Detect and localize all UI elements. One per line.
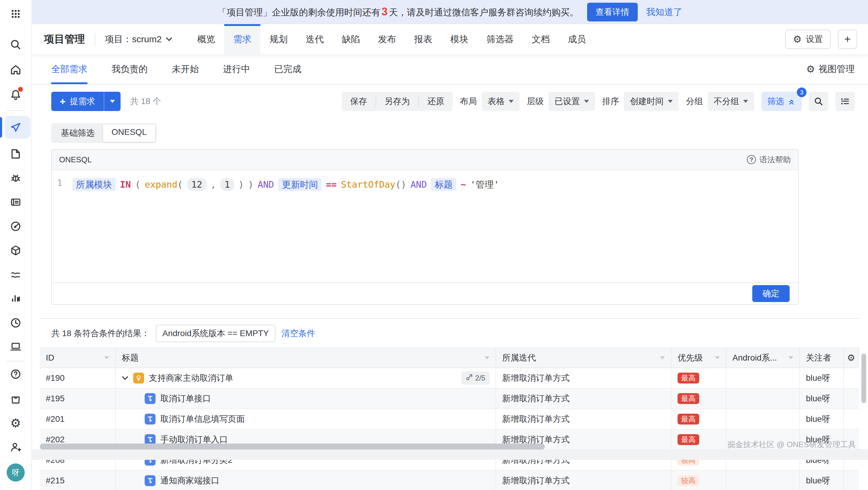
add-component-button[interactable]: +: [838, 30, 857, 49]
sidebar-item-project[interactable]: [0, 116, 32, 139]
group-dropdown[interactable]: 不分组: [708, 92, 754, 111]
cell-title[interactable]: 通知商家端接口: [116, 471, 496, 490]
confirm-button[interactable]: 确定: [752, 285, 789, 302]
column-header-priority[interactable]: 优先级: [672, 348, 726, 368]
column-header-iteration[interactable]: 所属迭代: [496, 348, 672, 368]
item-title[interactable]: 取消订单信息填写页面: [160, 413, 245, 425]
nav-tab-10[interactable]: 成员: [559, 24, 595, 54]
notifications-bell-icon[interactable]: [9, 88, 22, 102]
onesql-editor[interactable]: 1 所属模块IN(expand(12,1))AND更新时间==StartOfDa…: [52, 170, 798, 282]
invite-member-icon[interactable]: [9, 440, 22, 454]
cell-title[interactable]: 取消订单信息填写页面: [116, 409, 496, 429]
nav-tab-3[interactable]: 迭代: [297, 24, 333, 54]
view-tab-1[interactable]: 我负责的: [112, 54, 148, 84]
cell-android-version[interactable]: [726, 388, 800, 408]
table-row[interactable]: #215通知商家端接口新增取消订单方式较高blue呀: [40, 471, 859, 490]
testcase-bug-icon[interactable]: [9, 171, 22, 185]
devops-card-icon[interactable]: [9, 196, 22, 209]
cell-watcher[interactable]: blue呀: [800, 409, 844, 429]
cell-android-version[interactable]: [726, 409, 800, 429]
item-title[interactable]: 通知商家端接口: [160, 475, 219, 486]
tab-basic-filter[interactable]: 基础筛选: [53, 124, 103, 142]
layout-dropdown[interactable]: 表格: [482, 92, 520, 111]
home-icon[interactable]: [9, 63, 22, 77]
cell-title[interactable]: 支持商家主动取消订单2/5: [116, 368, 496, 388]
syntax-help-link[interactable]: ? 语法帮助: [747, 154, 791, 165]
sort-dropdown[interactable]: 创建时间: [624, 92, 679, 111]
table-row[interactable]: #201取消订单信息填写页面新增取消订单方式最高blue呀: [40, 409, 859, 430]
clear-conditions-link[interactable]: 清空条件: [281, 328, 315, 339]
detail-list-button[interactable]: [835, 92, 855, 111]
cell-priority[interactable]: 较高: [672, 471, 726, 490]
condition-chip[interactable]: Android系统版本 == EMPTY: [156, 325, 276, 342]
cell-watcher[interactable]: blue呀: [800, 388, 844, 408]
column-header-watcher[interactable]: 关注者: [800, 348, 844, 368]
revert-button[interactable]: 还原: [419, 92, 453, 111]
column-header-android[interactable]: Android系...: [726, 348, 800, 368]
report-chart-icon[interactable]: [9, 292, 22, 305]
help-icon[interactable]: [9, 368, 22, 381]
nav-tab-4[interactable]: 缺陷: [333, 24, 369, 54]
project-selector[interactable]: 项目：scrum2: [105, 33, 173, 46]
create-requirement-dropdown[interactable]: [104, 92, 121, 111]
cell-priority[interactable]: 最高: [672, 430, 726, 450]
view-manage-button[interactable]: ⚙ 视图管理: [806, 63, 855, 76]
nav-tab-6[interactable]: 报表: [405, 24, 441, 54]
table-row[interactable]: #195取消订单接口新增取消订单方式最高blue呀: [40, 388, 859, 409]
column-settings-button[interactable]: ⚙: [844, 348, 859, 368]
acknowledge-link[interactable]: 我知道了: [646, 6, 682, 19]
nav-tab-1[interactable]: 需求: [224, 24, 260, 54]
view-tab-0[interactable]: 全部需求: [51, 54, 87, 84]
search-button[interactable]: [809, 92, 828, 111]
view-tab-3[interactable]: 进行中: [223, 54, 250, 84]
save-as-button[interactable]: 另存为: [376, 92, 418, 111]
cell-iteration[interactable]: 新增取消订单方式: [496, 368, 672, 388]
column-header-title[interactable]: 标题: [116, 348, 496, 368]
cell-android-version[interactable]: [726, 368, 800, 388]
user-avatar[interactable]: 呀: [7, 463, 25, 482]
table-row[interactable]: #190支持商家主动取消订单2/5新增取消订单方式最高blue呀: [40, 368, 859, 388]
clock-icon[interactable]: [9, 316, 22, 329]
nav-tab-8[interactable]: 筛选器: [477, 24, 523, 54]
pipeline-flow-icon[interactable]: [9, 268, 22, 281]
cell-title[interactable]: 取消订单接口: [116, 388, 496, 408]
cell-iteration[interactable]: 新增取消订单方式: [496, 409, 672, 429]
tab-onesql[interactable]: ONESQL: [103, 124, 155, 142]
cell-android-version[interactable]: [726, 471, 800, 490]
dashboard-gauge-icon[interactable]: [9, 220, 22, 233]
nav-tab-0[interactable]: 概览: [188, 24, 224, 54]
view-tab-4[interactable]: 已完成: [274, 54, 301, 84]
nav-tab-5[interactable]: 发布: [369, 24, 405, 54]
wiki-doc-icon[interactable]: [9, 147, 22, 161]
cell-priority[interactable]: 最高: [672, 368, 726, 388]
hierarchy-dropdown[interactable]: 已设置: [549, 92, 595, 111]
project-settings-button[interactable]: ⚙ 设置: [785, 30, 831, 49]
cell-iteration[interactable]: 新增取消订单方式: [496, 471, 672, 490]
item-title[interactable]: 支持商家主动取消订单: [149, 372, 233, 384]
view-tab-2[interactable]: 未开始: [172, 54, 199, 84]
filter-toggle-button[interactable]: 筛选 3: [761, 92, 802, 111]
apps-grid-icon[interactable]: [9, 7, 22, 21]
expand-chevron-icon[interactable]: [122, 376, 128, 380]
create-requirement-button[interactable]: + 提需求: [51, 92, 104, 111]
nav-tab-7[interactable]: 模块: [441, 24, 477, 54]
cell-priority[interactable]: 最高: [672, 388, 726, 408]
settings-gear-icon[interactable]: ⚙: [9, 416, 22, 430]
column-header-id[interactable]: ID: [40, 348, 116, 368]
save-button[interactable]: 保存: [342, 92, 375, 111]
nav-tab-2[interactable]: 规划: [260, 24, 297, 54]
device-laptop-icon[interactable]: [9, 340, 22, 353]
search-icon[interactable]: [9, 38, 22, 51]
subitem-count-pill[interactable]: 2/5: [461, 371, 490, 385]
item-title[interactable]: 取消订单接口: [160, 393, 211, 404]
appstore-bag-icon[interactable]: [9, 392, 22, 405]
cell-priority[interactable]: 最高: [672, 409, 726, 429]
vertical-scrollbar[interactable]: [861, 354, 866, 403]
cell-watcher[interactable]: blue呀: [800, 471, 844, 490]
resource-cube-icon[interactable]: [9, 244, 22, 257]
view-details-button[interactable]: 查看详情: [587, 3, 638, 22]
cell-iteration[interactable]: 新增取消订单方式: [496, 388, 672, 408]
onesql-code-line[interactable]: 所属模块IN(expand(12,1))AND更新时间==StartOfDay(…: [67, 170, 798, 282]
horizontal-scrollbar[interactable]: [40, 443, 545, 450]
nav-tab-9[interactable]: 文档: [523, 24, 559, 54]
